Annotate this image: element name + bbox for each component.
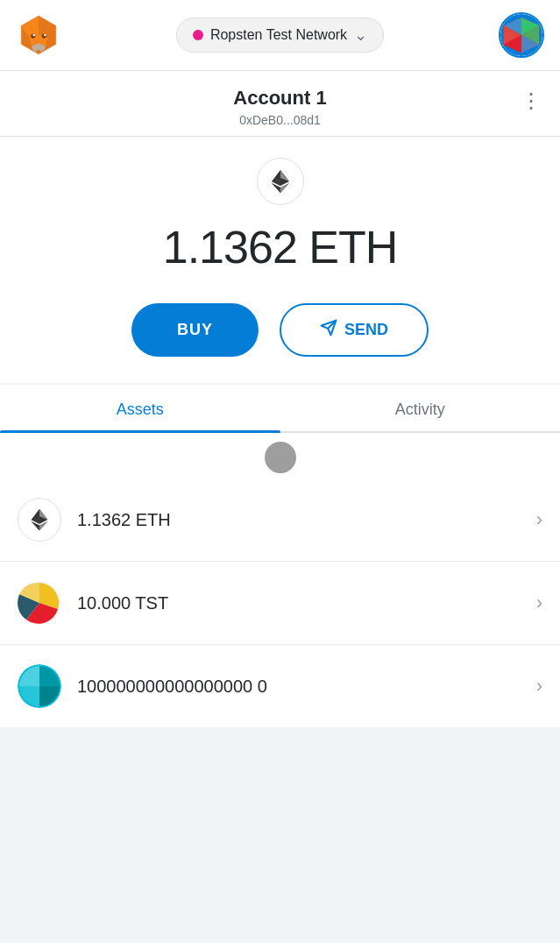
account-address: 0xDeB0...08d1 [18,113,542,127]
metamask-logo-icon [16,12,61,58]
account-name: Account 1 [233,87,326,109]
svg-point-11 [44,34,46,37]
balance-display: 1.1362 ETH [163,221,398,273]
header: Ropsten Test Network ⌄ [0,0,560,71]
tabs-section: Assets Activity [0,385,560,433]
asset-eth-chevron-icon: › [536,508,542,531]
asset-list: 1.1362 ETH › 10.000 TST › [0,479,560,727]
account-options-button[interactable]: ⋮ [521,89,542,113]
tst-token-icon [18,581,61,625]
balance-section: 1.1362 ETH BUY SEND [0,137,560,383]
balance-number: 1.1362 [163,222,297,273]
asset-item-eth[interactable]: 1.1362 ETH › [0,479,560,562]
tab-activity-label: Activity [395,401,445,418]
tab-assets[interactable]: Assets [0,385,280,431]
balance-unit: ETH [308,222,397,273]
asset-item-partial[interactable]: 100000000000000000 0 › [0,645,560,727]
send-label: SEND [344,321,388,339]
scroll-indicator [0,433,560,479]
asset-eth-amount: 1.1362 ETH [77,510,536,530]
eth-token-icon [18,498,61,542]
asset-partial-amount: 100000000000000000 0 [77,677,536,697]
account-section: Account 1 0xDeB0...08d1 ⋮ [0,71,560,137]
send-button[interactable]: SEND [280,303,429,357]
scroll-handle [265,442,296,473]
network-status-dot [193,30,203,40]
avatar[interactable] [499,12,544,58]
asset-tst-chevron-icon: › [536,592,542,614]
send-icon [320,319,337,341]
partial-token-icon [18,664,61,708]
action-buttons: BUY SEND [131,303,429,357]
asset-tst-amount: 10.000 TST [77,593,536,613]
chevron-down-icon: ⌄ [354,25,367,45]
network-name-label: Ropsten Test Network [210,27,347,43]
asset-partial-chevron-icon: › [536,675,542,698]
eth-logo-icon [257,158,304,205]
asset-item-tst[interactable]: 10.000 TST › [0,562,560,645]
tab-activity[interactable]: Activity [280,385,561,431]
network-selector[interactable]: Ropsten Test Network ⌄ [176,18,384,53]
buy-button[interactable]: BUY [131,303,259,357]
svg-point-10 [33,34,36,37]
tab-assets-label: Assets [117,401,164,418]
